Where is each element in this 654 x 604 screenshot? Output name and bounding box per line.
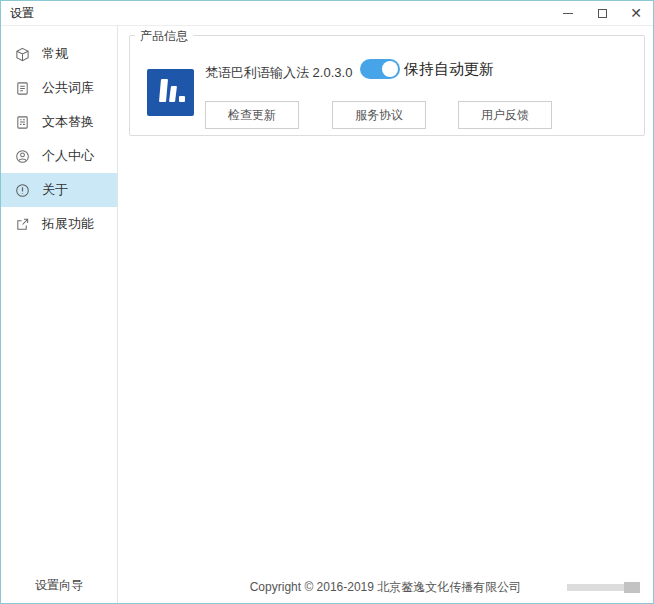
logo-glyph-bar [169, 86, 177, 102]
settings-window: 设置 ✕ 常规 [0, 0, 654, 604]
info-icon [14, 182, 30, 198]
auto-update-toggle[interactable] [360, 59, 400, 79]
logo-glyph-bar [159, 79, 168, 102]
sidebar-item-public-dictionary[interactable]: 公共词库 [1, 71, 117, 105]
maximize-icon [598, 9, 607, 18]
sidebar: 常规 公共词库 文本替换 [1, 26, 118, 603]
check-update-button[interactable]: 检查更新 [205, 101, 299, 129]
window-body: 常规 公共词库 文本替换 [1, 26, 653, 603]
cube-icon [14, 46, 30, 62]
sidebar-item-extensions[interactable]: 拓展功能 [1, 207, 117, 241]
window-controls: ✕ [551, 1, 653, 25]
external-link-icon [14, 216, 30, 232]
logo-glyph-dot [179, 96, 185, 102]
sidebar-item-label: 关于 [42, 181, 68, 199]
titlebar: 设置 ✕ [1, 1, 653, 26]
horizontal-scrollbar-thumb[interactable] [624, 582, 640, 593]
sidebar-item-label: 常规 [42, 45, 68, 63]
close-icon: ✕ [630, 6, 642, 20]
toggle-knob [382, 61, 398, 77]
sidebar-item-label: 拓展功能 [42, 215, 94, 233]
main-content: 产品信息 梵语巴利语输入法 2.0.3.0 保持自动更新 检查更新 服务协议 用… [118, 26, 653, 603]
settings-wizard-link[interactable]: 设置向导 [1, 577, 117, 594]
product-name-version: 梵语巴利语输入法 2.0.3.0 [205, 64, 352, 82]
sidebar-item-personal-center[interactable]: 个人中心 [1, 139, 117, 173]
text-replace-icon [14, 114, 30, 130]
sidebar-item-label: 文本替换 [42, 113, 94, 131]
auto-update-label: 保持自动更新 [404, 60, 494, 79]
sidebar-item-label: 公共词库 [42, 79, 94, 97]
dictionary-icon [14, 80, 30, 96]
user-icon [14, 148, 30, 164]
groupbox-title: 产品信息 [135, 28, 193, 45]
product-info-groupbox: 产品信息 梵语巴利语输入法 2.0.3.0 保持自动更新 检查更新 服务协议 用… [129, 35, 645, 136]
sidebar-item-about[interactable]: 关于 [1, 173, 117, 207]
app-logo [147, 69, 194, 116]
service-agreement-button[interactable]: 服务协议 [332, 101, 426, 129]
maximize-button[interactable] [585, 1, 619, 25]
user-feedback-button[interactable]: 用户反馈 [458, 101, 552, 129]
minimize-button[interactable] [551, 1, 585, 25]
minimize-icon [563, 13, 573, 14]
sidebar-item-text-replace[interactable]: 文本替换 [1, 105, 117, 139]
close-button[interactable]: ✕ [619, 1, 653, 25]
window-title: 设置 [1, 5, 551, 22]
sidebar-item-label: 个人中心 [42, 147, 94, 165]
sidebar-item-general[interactable]: 常规 [1, 37, 117, 71]
